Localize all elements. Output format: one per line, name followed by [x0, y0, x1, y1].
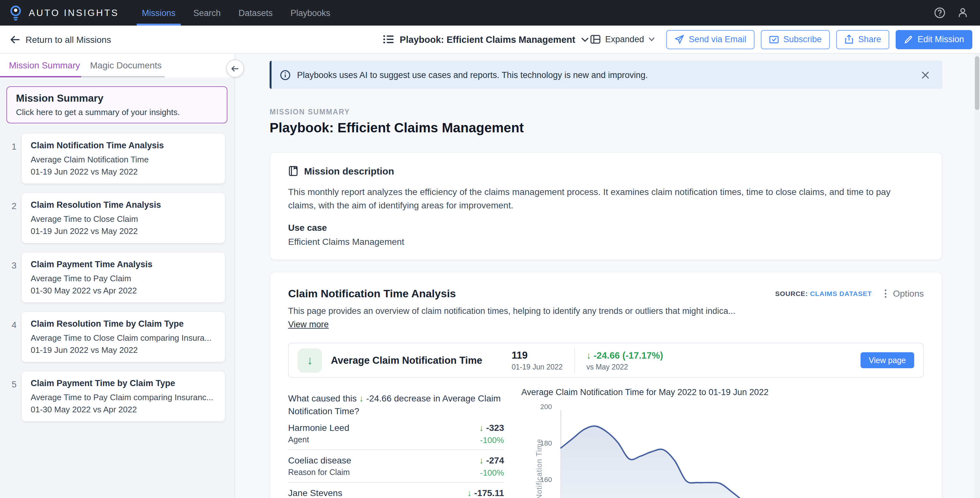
mission-description-heading: Mission description — [304, 166, 394, 176]
item-number: 5 — [6, 372, 22, 421]
list-item: 3 Claim Payment Time Analysis Average Ti… — [6, 252, 228, 302]
insight-line2: 01-19 Jun 2022 vs May 2022 — [31, 344, 216, 356]
playbook-selector[interactable]: Playbook: Efficient Claims Management — [383, 34, 589, 45]
mission-summary-card-title: Mission Summary — [16, 93, 218, 104]
pencil-icon — [904, 35, 913, 44]
brand[interactable]: AUTO INSIGHTS — [0, 0, 133, 26]
playbook-list-icon — [383, 35, 394, 44]
driver-row[interactable]: Coeliac disease Reason for Claim ↓ -274 … — [288, 450, 504, 483]
metric-change: ↓ -24.66 (-17.17%) — [587, 350, 663, 360]
sidebar-body: Mission Summary Click here to get a summ… — [0, 77, 234, 498]
mission-toolbar: Return to all Missions Playbook: Efficie… — [0, 26, 980, 54]
metric-period: 01-19 Jun 2022 — [512, 363, 563, 371]
list-item: 2 Claim Resolution Time Analysis Average… — [6, 193, 228, 243]
insight-title: Claim Payment Time by Claim Type — [31, 378, 216, 389]
close-icon[interactable] — [919, 68, 932, 81]
item-number: 1 — [6, 134, 22, 184]
drivers-panel: What caused this ↓ -24.66 decrease in Av… — [288, 388, 504, 498]
view-mode-dropdown[interactable]: Expanded — [590, 35, 655, 44]
view-more-link[interactable]: View more — [288, 320, 329, 329]
tab-mission-summary[interactable]: Mission Summary — [0, 54, 81, 77]
insight-line2: 01-19 Jun 2022 vs May 2022 — [31, 225, 216, 237]
options-label: Options — [893, 288, 924, 298]
insight-line2: 01-30 May 2022 vs Apr 2022 — [31, 403, 216, 415]
driver-category: Reason for Claim — [288, 468, 352, 477]
use-case-label: Use case — [288, 222, 924, 233]
share-button[interactable]: Share — [836, 30, 889, 49]
insight-card-2[interactable]: Claim Resolution Time Analysis Average T… — [22, 193, 225, 243]
insight-card-3[interactable]: Claim Payment Time Analysis Average Time… — [22, 252, 225, 302]
source-label: SOURCE: — [775, 290, 808, 297]
decrease-arrow-icon: ↓ — [298, 348, 322, 372]
share-label: Share — [858, 35, 881, 44]
layout-icon — [590, 35, 601, 44]
playbook-selector-label: Playbook: Efficient Claims Management — [399, 34, 575, 45]
arrow-down-icon: ↓ — [587, 350, 594, 360]
chart-title: Average Claim Notification Time for May … — [521, 388, 924, 397]
insight-list: 1 Claim Notification Time Analysis Avera… — [6, 134, 228, 421]
y-axis-tick: 200 — [521, 403, 552, 410]
edit-mission-button[interactable]: Edit Mission — [896, 30, 972, 49]
nav-tab-datasets[interactable]: Datasets — [230, 0, 282, 26]
driver-row[interactable]: Harmonie Leed Agent ↓ -323 -100% — [288, 417, 504, 450]
analysis-summary: This page provides an overview of claim … — [288, 306, 924, 316]
driver-row[interactable]: Jane Stevens Case Manager ↓ -175.11 -100… — [288, 483, 504, 498]
notification-time-chart: Average Claim Notification Time for May … — [521, 388, 924, 498]
mission-description-card: Mission description This monthly report … — [270, 152, 942, 260]
insight-line1: Average Claim Notification Time — [31, 153, 216, 166]
sidebar-collapse-button[interactable] — [226, 59, 244, 77]
driver-change: ↓ -175.11 — [467, 488, 504, 498]
driver-pct: -100% — [479, 435, 504, 445]
scrollbar-track[interactable] — [974, 54, 980, 498]
mission-description-body: This monthly report analyzes the efficie… — [288, 185, 901, 212]
mission-summary-eyebrow: MISSION SUMMARY — [270, 108, 942, 116]
nav-tab-playbooks[interactable]: Playbooks — [282, 0, 339, 26]
item-number: 3 — [6, 252, 22, 302]
item-number: 2 — [6, 193, 22, 243]
insight-line2: 01-19 Jun 2022 vs May 2022 — [31, 166, 216, 178]
driver-category: Agent — [288, 435, 349, 445]
book-icon — [288, 166, 298, 176]
claim-notification-analysis-card: Claim Notification Time Analysis SOURCE:… — [270, 272, 942, 498]
primary-nav-tabs: Missions Search Datasets Playbooks — [133, 0, 339, 26]
insight-title: Claim Payment Time Analysis — [31, 259, 216, 270]
view-page-button[interactable]: View page — [861, 352, 914, 368]
info-icon — [280, 69, 291, 80]
auto-insights-app: AUTO INSIGHTS Missions Search Datasets P… — [0, 0, 980, 498]
driver-change: ↓ -323 — [479, 423, 504, 433]
nav-tab-search[interactable]: Search — [184, 0, 230, 26]
insight-card-4[interactable]: Claim Resolution Time by Claim Type Aver… — [22, 312, 225, 362]
mission-sidebar: Mission Summary Magic Documents Mission … — [0, 54, 235, 498]
scrollbar-thumb[interactable] — [975, 56, 979, 110]
return-to-missions-link[interactable]: Return to all Missions — [10, 34, 111, 45]
user-icon[interactable] — [957, 7, 969, 19]
list-item: 4 Claim Resolution Time by Claim Type Av… — [6, 312, 228, 362]
insight-title: Claim Resolution Time by Claim Type — [31, 318, 216, 330]
help-icon[interactable] — [934, 7, 945, 19]
tab-magic-documents[interactable]: Magic Documents — [81, 54, 165, 77]
send-via-email-button[interactable]: Send via Email — [666, 30, 754, 49]
nav-tab-missions[interactable]: Missions — [133, 0, 184, 26]
insight-card-1[interactable]: Claim Notification Time Analysis Average… — [22, 134, 225, 184]
view-mode-label: Expanded — [605, 35, 644, 44]
insight-card-5[interactable]: Claim Payment Time by Claim Type Average… — [22, 372, 225, 421]
envelope-check-icon — [769, 35, 779, 44]
metric-vs: vs May 2022 — [587, 363, 663, 370]
arrow-down-icon: ↓ — [479, 455, 486, 465]
metric-value: 119 — [512, 350, 563, 361]
chevron-down-icon — [581, 37, 589, 42]
list-item: 5 Claim Payment Time by Claim Type Avera… — [6, 372, 228, 421]
options-menu[interactable]: ⋮ Options — [881, 288, 924, 299]
source-row: SOURCE: CLAIMS DATASET — [775, 290, 872, 297]
banner-text: Playbooks uses AI to suggest use cases a… — [297, 70, 648, 80]
driver-name: Harmonie Leed — [288, 423, 349, 433]
metric-name: Average Claim Notification Time — [331, 354, 482, 366]
subscribe-button[interactable]: Subscribe — [761, 30, 830, 49]
page-title: Playbook: Efficient Claims Management — [270, 120, 942, 136]
mission-summary-card[interactable]: Mission Summary Click here to get a summ… — [6, 86, 228, 123]
metric-strip: ↓ Average Claim Notification Time 119 01… — [288, 343, 924, 378]
main-content: Playbooks uses AI to suggest use cases a… — [235, 54, 974, 498]
claims-dataset-link[interactable]: CLAIMS DATASET — [810, 290, 872, 297]
top-nav: AUTO INSIGHTS Missions Search Datasets P… — [0, 0, 980, 26]
chevron-down-icon — [648, 37, 655, 42]
